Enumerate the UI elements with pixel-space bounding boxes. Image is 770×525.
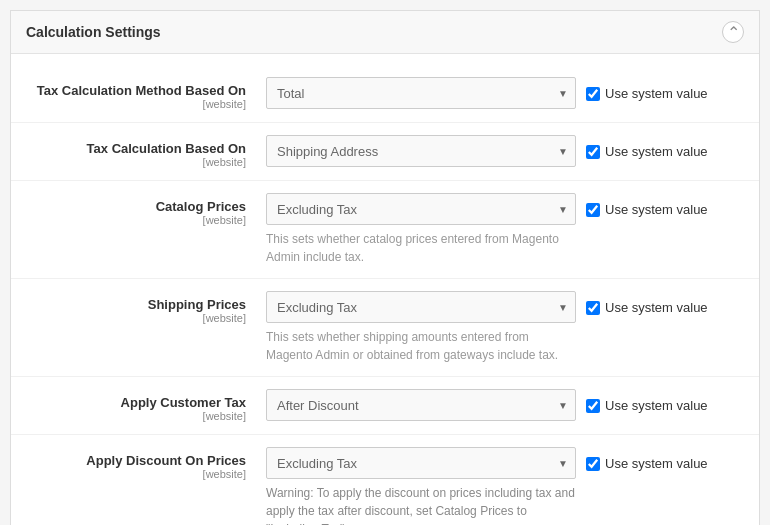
row-divider: [11, 434, 759, 435]
select-shipping-prices[interactable]: Excluding TaxIncluding Tax: [266, 291, 576, 323]
field-label-sub-catalog-prices: [website]: [26, 214, 246, 226]
checkbox-wrapper-tax-calc-method: Use system value: [586, 85, 708, 101]
checkbox-label-shipping-prices: Use system value: [605, 300, 708, 315]
section-body: Tax Calculation Method Based On[website]…: [11, 54, 759, 525]
checkbox-tax-calc-method[interactable]: [586, 87, 600, 101]
control-row-apply-customer-tax: Before DiscountAfter Discount▼Use system…: [266, 389, 744, 421]
field-label-apply-customer-tax: Apply Customer Tax[website]: [26, 389, 266, 422]
calculation-settings-panel: Calculation Settings ⌃ Tax Calculation M…: [10, 10, 760, 525]
form-row-shipping-prices: Shipping Prices[website]Excluding TaxInc…: [11, 283, 759, 372]
checkbox-wrapper-shipping-prices: Use system value: [586, 299, 708, 315]
row-divider: [11, 376, 759, 377]
control-row-shipping-prices: Excluding TaxIncluding Tax▼Use system va…: [266, 291, 744, 323]
checkbox-wrapper-catalog-prices: Use system value: [586, 201, 708, 217]
row-divider: [11, 278, 759, 279]
field-label-sub-apply-customer-tax: [website]: [26, 410, 246, 422]
field-content-tax-calc-based-on: Shipping AddressBilling AddressShipping …: [266, 135, 744, 167]
field-note-shipping-prices: This sets whether shipping amounts enter…: [266, 328, 576, 364]
checkbox-label-apply-customer-tax: Use system value: [605, 398, 708, 413]
field-label-main-tax-calc-method: Tax Calculation Method Based On: [26, 83, 246, 98]
field-label-main-tax-calc-based-on: Tax Calculation Based On: [26, 141, 246, 156]
section-title: Calculation Settings: [26, 24, 161, 40]
checkbox-wrapper-apply-discount-prices: Use system value: [586, 455, 708, 471]
row-divider: [11, 180, 759, 181]
select-apply-customer-tax[interactable]: Before DiscountAfter Discount: [266, 389, 576, 421]
control-row-tax-calc-method: Unit PriceRow TotalTotal▼Use system valu…: [266, 77, 744, 109]
field-content-shipping-prices: Excluding TaxIncluding Tax▼Use system va…: [266, 291, 744, 364]
checkbox-label-catalog-prices: Use system value: [605, 202, 708, 217]
checkbox-catalog-prices[interactable]: [586, 203, 600, 217]
field-label-main-shipping-prices: Shipping Prices: [26, 297, 246, 312]
section-header: Calculation Settings ⌃: [11, 11, 759, 54]
field-label-shipping-prices: Shipping Prices[website]: [26, 291, 266, 324]
form-row-apply-discount-prices: Apply Discount On Prices[website]Excludi…: [11, 439, 759, 525]
form-row-catalog-prices: Catalog Prices[website]Excluding TaxIncl…: [11, 185, 759, 274]
field-label-sub-shipping-prices: [website]: [26, 312, 246, 324]
form-row-tax-calc-based-on: Tax Calculation Based On[website]Shippin…: [11, 127, 759, 176]
field-note-catalog-prices: This sets whether catalog prices entered…: [266, 230, 576, 266]
checkbox-label-tax-calc-method: Use system value: [605, 86, 708, 101]
field-content-apply-discount-prices: Excluding TaxIncluding Tax▼Use system va…: [266, 447, 744, 525]
field-label-catalog-prices: Catalog Prices[website]: [26, 193, 266, 226]
select-tax-calc-method[interactable]: Unit PriceRow TotalTotal: [266, 77, 576, 109]
select-wrapper-catalog-prices: Excluding TaxIncluding Tax▼: [266, 193, 576, 225]
collapse-button[interactable]: ⌃: [722, 21, 744, 43]
row-divider: [11, 122, 759, 123]
select-catalog-prices[interactable]: Excluding TaxIncluding Tax: [266, 193, 576, 225]
checkbox-label-apply-discount-prices: Use system value: [605, 456, 708, 471]
checkbox-apply-discount-prices[interactable]: [586, 457, 600, 471]
field-label-main-apply-customer-tax: Apply Customer Tax: [26, 395, 246, 410]
checkbox-wrapper-apply-customer-tax: Use system value: [586, 397, 708, 413]
checkbox-apply-customer-tax[interactable]: [586, 399, 600, 413]
select-wrapper-tax-calc-method: Unit PriceRow TotalTotal▼: [266, 77, 576, 109]
select-wrapper-apply-customer-tax: Before DiscountAfter Discount▼: [266, 389, 576, 421]
field-label-apply-discount-prices: Apply Discount On Prices[website]: [26, 447, 266, 480]
checkbox-tax-calc-based-on[interactable]: [586, 145, 600, 159]
form-row-tax-calc-method: Tax Calculation Method Based On[website]…: [11, 69, 759, 118]
field-label-tax-calc-method: Tax Calculation Method Based On[website]: [26, 77, 266, 110]
field-label-main-catalog-prices: Catalog Prices: [26, 199, 246, 214]
field-label-main-apply-discount-prices: Apply Discount On Prices: [26, 453, 246, 468]
checkbox-wrapper-tax-calc-based-on: Use system value: [586, 143, 708, 159]
select-wrapper-apply-discount-prices: Excluding TaxIncluding Tax▼: [266, 447, 576, 479]
checkbox-label-tax-calc-based-on: Use system value: [605, 144, 708, 159]
field-label-sub-tax-calc-method: [website]: [26, 98, 246, 110]
control-row-apply-discount-prices: Excluding TaxIncluding Tax▼Use system va…: [266, 447, 744, 479]
form-row-apply-customer-tax: Apply Customer Tax[website]Before Discou…: [11, 381, 759, 430]
field-label-sub-apply-discount-prices: [website]: [26, 468, 246, 480]
control-row-catalog-prices: Excluding TaxIncluding Tax▼Use system va…: [266, 193, 744, 225]
field-content-catalog-prices: Excluding TaxIncluding Tax▼Use system va…: [266, 193, 744, 266]
select-wrapper-shipping-prices: Excluding TaxIncluding Tax▼: [266, 291, 576, 323]
select-apply-discount-prices[interactable]: Excluding TaxIncluding Tax: [266, 447, 576, 479]
select-tax-calc-based-on[interactable]: Shipping AddressBilling AddressShipping …: [266, 135, 576, 167]
checkbox-shipping-prices[interactable]: [586, 301, 600, 315]
field-label-sub-tax-calc-based-on: [website]: [26, 156, 246, 168]
field-content-tax-calc-method: Unit PriceRow TotalTotal▼Use system valu…: [266, 77, 744, 109]
select-wrapper-tax-calc-based-on: Shipping AddressBilling AddressShipping …: [266, 135, 576, 167]
control-row-tax-calc-based-on: Shipping AddressBilling AddressShipping …: [266, 135, 744, 167]
field-content-apply-customer-tax: Before DiscountAfter Discount▼Use system…: [266, 389, 744, 421]
field-note-apply-discount-prices: Warning: To apply the discount on prices…: [266, 484, 576, 525]
field-label-tax-calc-based-on: Tax Calculation Based On[website]: [26, 135, 266, 168]
